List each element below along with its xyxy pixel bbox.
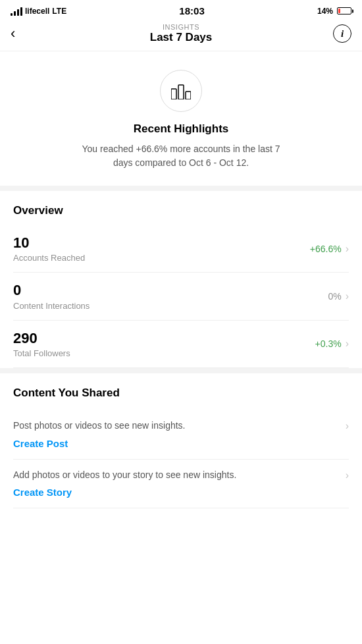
content-item-row-1: Add photos or videos to your story to se… [13, 469, 349, 482]
status-left: lifecell LTE [11, 7, 66, 16]
svg-rect-2 [186, 92, 191, 99]
metric-left-1: 0 Content Interactions [13, 282, 90, 310]
insights-label: INSIGHTS [150, 23, 213, 31]
metric-right-2: +0.3% › [315, 338, 349, 350]
status-right: 14% [317, 7, 351, 16]
metric-row[interactable]: 290 Total Followers +0.3% › [13, 321, 349, 368]
signal-icon [11, 7, 22, 16]
network-type-label: LTE [52, 7, 66, 16]
section-divider-2 [0, 368, 362, 373]
content-item-desc-0: Post photos or videos to see new insight… [13, 419, 346, 433]
svg-rect-1 [178, 85, 184, 99]
carrier-label: lifecell [25, 7, 49, 16]
highlights-icon-circle [160, 70, 202, 112]
content-item-0: Post photos or videos to see new insight… [13, 410, 349, 460]
highlights-section: Recent Highlights You reached +66.6% mor… [0, 51, 362, 186]
content-item-1: Add photos or videos to your story to se… [13, 460, 349, 509]
metric-left-2: 290 Total Followers [13, 330, 70, 358]
create-link-0[interactable]: Create Post [13, 438, 68, 449]
metric-row[interactable]: 10 Accounts Reached +66.6% › [13, 225, 349, 273]
status-bar: lifecell LTE 18:03 14% [0, 0, 362, 19]
highlights-description: You reached +66.6% more accounts in the … [76, 142, 286, 170]
chevron-right-icon-1: › [346, 290, 349, 302]
battery-percent-label: 14% [317, 7, 333, 16]
chevron-right-icon-2: › [346, 338, 349, 350]
metric-change-2: +0.3% [315, 338, 342, 349]
page-title: Last 7 Days [150, 31, 213, 44]
svg-rect-0 [171, 89, 176, 99]
section-divider-1 [0, 186, 362, 191]
content-item-row-0: Post photos or videos to see new insight… [13, 419, 349, 433]
content-chevron-icon-1: › [346, 470, 349, 481]
metric-right-0: +66.6% › [310, 243, 349, 255]
bar-chart-icon [171, 82, 191, 99]
metric-value-1: 0 [13, 282, 90, 299]
metric-label-2: Total Followers [13, 348, 70, 358]
metric-left-0: 10 Accounts Reached [13, 234, 85, 263]
metric-value-0: 10 [13, 234, 85, 252]
metric-change-0: +66.6% [310, 244, 342, 254]
content-items-container: Post photos or videos to see new insight… [13, 410, 349, 508]
time-label: 18:03 [179, 5, 204, 16]
battery-icon [337, 7, 351, 14]
content-shared-section: Content You Shared Post photos or videos… [0, 373, 362, 508]
content-chevron-icon-0: › [346, 420, 349, 432]
metric-right-1: 0% › [328, 290, 349, 302]
create-link-1[interactable]: Create Story [13, 487, 72, 498]
content-shared-title: Content You Shared [13, 387, 349, 400]
content-item-desc-1: Add photos or videos to your story to se… [13, 469, 346, 482]
header-center: INSIGHTS Last 7 Days [150, 23, 213, 44]
metric-change-1: 0% [328, 291, 341, 302]
overview-title: Overview [13, 204, 349, 217]
back-button[interactable]: ‹ [11, 26, 15, 41]
header: ‹ INSIGHTS Last 7 Days i [0, 19, 362, 51]
metric-row[interactable]: 0 Content Interactions 0% › [13, 273, 349, 320]
metric-value-2: 290 [13, 330, 70, 347]
chevron-right-icon-0: › [346, 243, 349, 255]
overview-section: Overview 10 Accounts Reached +66.6% › 0 … [0, 191, 362, 368]
highlights-title: Recent Highlights [13, 122, 349, 136]
metric-label-1: Content Interactions [13, 301, 90, 311]
info-button[interactable]: i [333, 24, 351, 43]
metrics-container: 10 Accounts Reached +66.6% › 0 Content I… [13, 225, 349, 368]
metric-label-0: Accounts Reached [13, 253, 85, 263]
